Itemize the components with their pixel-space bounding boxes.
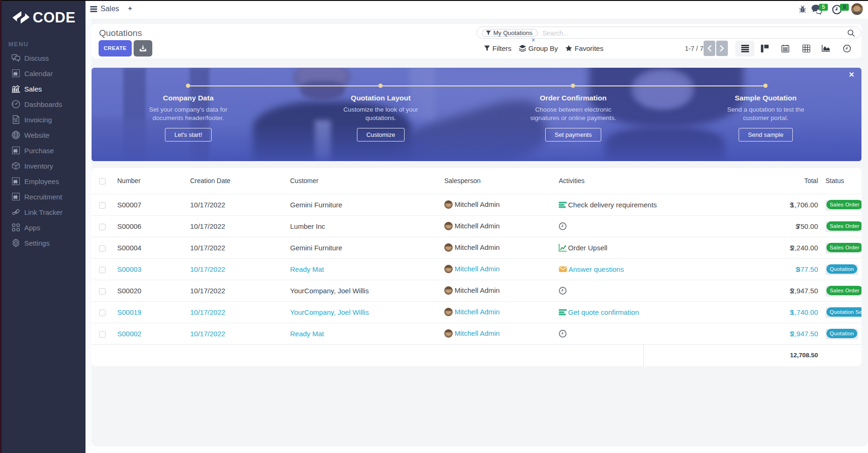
svg-text:$: $ <box>14 117 15 120</box>
